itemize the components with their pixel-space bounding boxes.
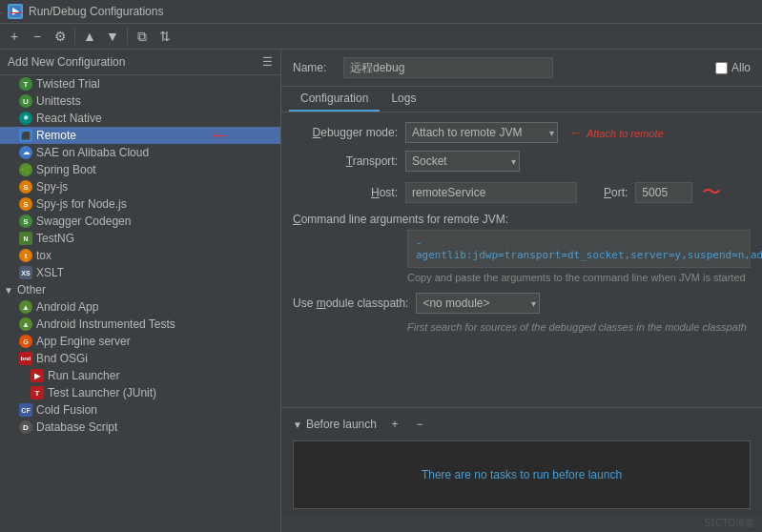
tox-icon: t <box>19 249 32 262</box>
window-icon <box>8 4 23 19</box>
command-line-value: -agentlib:jdwp=transport=dt_socket,serve… <box>407 230 751 268</box>
debugger-mode-row: Debugger mode: Attach to remote JVM ▾ ← … <box>293 122 751 143</box>
toolbar-separator <box>74 28 75 45</box>
sidebar-item-android-instrumented[interactable]: ▲ Android Instrumented Tests <box>0 316 280 333</box>
android-instrumented-icon: ▲ <box>19 317 32 331</box>
before-launch-toggle-icon[interactable]: ▼ <box>293 419 302 430</box>
testng-icon: N <box>19 232 32 245</box>
toolbar: + − ⚙ ▲ ▼ ⧉ ⇅ <box>0 24 762 50</box>
command-line-section: Command line arguments for remote JVM: -… <box>293 213 751 283</box>
sidebar-item-remote[interactable]: ⬛ Remote ← <box>0 127 280 144</box>
sidebar-item-label: Database Script <box>36 420 117 434</box>
debugger-mode-dropdown[interactable]: Attach to remote JVM <box>405 122 558 143</box>
move-up-button[interactable]: ▲ <box>79 26 100 47</box>
sidebar-item-cold-fusion[interactable]: CF Cold Fusion <box>0 401 280 419</box>
sidebar-item-label: Android Instrumented Tests <box>36 317 175 331</box>
category-toggle-icon[interactable]: ▼ <box>4 285 13 296</box>
remove-before-launch-button[interactable]: − <box>409 414 430 435</box>
database-script-icon: D <box>19 420 32 434</box>
sidebar-item-label: Twisted Trial <box>36 77 100 91</box>
sidebar-item-label: Spy-js for Node.js <box>36 197 127 211</box>
sidebar-item-label: XSLT <box>36 266 64 279</box>
name-input[interactable] <box>343 57 553 78</box>
sidebar-item-testng[interactable]: N TestNG <box>0 230 280 247</box>
host-label: Host: <box>293 186 398 199</box>
no-tasks-text: There are no tasks to run before launch <box>301 449 742 501</box>
allow-parallel-checkbox[interactable] <box>715 62 728 74</box>
sidebar-item-spy-js[interactable]: S Spy-js <box>0 178 280 195</box>
add-config-header: Add New Configuration ☰ <box>0 50 280 75</box>
name-row: Name: Allo <box>281 50 762 87</box>
sidebar-item-label: Unittests <box>36 94 81 108</box>
window-title: Run/Debug Configurations <box>29 5 163 18</box>
right-panel: Name: Allo Configuration Logs Debugger m… <box>281 50 762 532</box>
module-classpath-label: Use module classpath: <box>293 297 408 310</box>
category-other: ▼ Other <box>0 281 280 298</box>
android-app-icon: ▲ <box>19 300 32 314</box>
sidebar-item-xslt[interactable]: XS XSLT <box>0 264 280 281</box>
sidebar-item-bnd-osgi[interactable]: bnd Bnd OSGi <box>0 350 280 367</box>
allow-parallel-label: Allo <box>731 61 751 74</box>
transport-row: Transport: Socket ▾ <box>293 151 751 172</box>
unittests-icon: U <box>19 94 32 108</box>
sidebar-item-sae-alibaba[interactable]: ☁ SAE on Alibaba Cloud <box>0 144 280 161</box>
sidebar-item-database-script[interactable]: D Database Script <box>0 419 280 436</box>
remove-config-button[interactable]: − <box>27 26 48 47</box>
main-content: Add New Configuration ☰ T Twisted Trial … <box>0 50 762 532</box>
move-down-button[interactable]: ▼ <box>102 26 123 47</box>
host-port-row: Host: Port: 〜 <box>293 179 751 205</box>
sidebar-item-spy-js-node[interactable]: S Spy-js for Node.js <box>0 195 280 213</box>
module-dropdown[interactable]: <no module> <box>416 293 540 314</box>
sidebar-item-unittests[interactable]: U Unittests <box>0 92 280 110</box>
module-classpath-row: Use module classpath: <no module> ▾ <box>293 293 751 314</box>
cold-fusion-icon: CF <box>19 403 32 417</box>
sort-button[interactable]: ⇅ <box>154 26 175 47</box>
sidebar-item-test-launcher[interactable]: T Test Launcher (JUnit) <box>0 384 280 401</box>
test-launcher-icon: T <box>31 386 44 399</box>
spring-boot-icon: 🌿 <box>19 163 32 176</box>
sidebar-item-label: SAE on Alibaba Cloud <box>36 146 149 159</box>
sidebar-item-tox[interactable]: t tox <box>0 247 280 264</box>
sidebar-item-run-launcher[interactable]: ▶ Run Launcher <box>0 367 280 384</box>
sidebar-item-label: Spring Boot <box>36 163 96 176</box>
sidebar-item-android-app[interactable]: ▲ Android App <box>0 298 280 316</box>
add-config-button[interactable]: + <box>4 26 25 47</box>
debugger-mode-dropdown-wrapper: Attach to remote JVM ▾ <box>405 122 558 143</box>
sidebar-item-label: TestNG <box>36 232 74 245</box>
sidebar-item-label: tox <box>36 249 51 262</box>
command-line-hint: Copy and paste the arguments to the comm… <box>407 272 751 283</box>
attach-to-remote-annotation: ← Attach to remote <box>569 125 664 140</box>
sidebar-item-twisted-trial[interactable]: T Twisted Trial <box>0 75 280 92</box>
sidebar-item-spring-boot[interactable]: 🌿 Spring Boot <box>0 161 280 178</box>
swagger-icon: S <box>19 215 32 228</box>
copy-button[interactable]: ⧉ <box>132 26 153 47</box>
red-arrow-annotation: ← <box>210 123 231 148</box>
sidebar-item-app-engine[interactable]: G App Engine server <box>0 333 280 350</box>
sidebar-item-label: Run Launcher <box>48 369 119 382</box>
name-label: Name: <box>293 61 336 74</box>
port-input[interactable] <box>635 182 692 203</box>
add-new-config-label: Add New Configuration <box>8 55 125 69</box>
filter-icon: ☰ <box>262 55 273 69</box>
tab-logs[interactable]: Logs <box>380 87 427 112</box>
module-dropdown-wrapper: <no module> ▾ <box>416 293 540 314</box>
sidebar-item-react-native[interactable]: ⚛ React Native <box>0 110 280 127</box>
sidebar-item-swagger-codegen[interactable]: S Swagger Codegen <box>0 213 280 230</box>
allow-parallel-row: Allo <box>715 61 751 74</box>
sae-icon: ☁ <box>19 146 32 159</box>
bnd-icon: bnd <box>19 352 32 365</box>
spyjs-node-icon: S <box>19 197 32 211</box>
twisted-trial-icon: T <box>19 77 32 91</box>
transport-dropdown[interactable]: Socket <box>405 151 520 172</box>
title-bar: Run/Debug Configurations <box>0 0 762 24</box>
config-tree: T Twisted Trial U Unittests ⚛ React Nati… <box>0 75 280 532</box>
host-input[interactable] <box>405 182 577 203</box>
port-row: Port: <box>604 182 692 203</box>
add-before-launch-button[interactable]: + <box>384 414 405 435</box>
sidebar-item-label: Test Launcher (JUnit) <box>48 386 156 399</box>
tab-configuration[interactable]: Configuration <box>289 87 380 112</box>
command-line-label: Command line arguments for remote JVM: <box>293 213 751 226</box>
settings-button[interactable]: ⚙ <box>50 26 71 47</box>
before-launch-section: ▼ Before launch + − There are no tasks t… <box>281 407 762 515</box>
before-launch-body: There are no tasks to run before launch <box>293 440 751 509</box>
